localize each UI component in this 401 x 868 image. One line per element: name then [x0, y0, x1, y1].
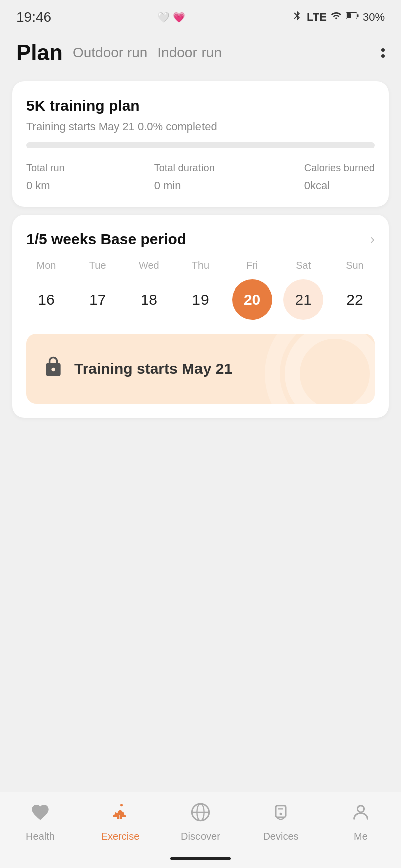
date-18[interactable]: 18 [129, 279, 169, 320]
training-banner-text: Training starts May 21 [74, 360, 232, 377]
plan-subtitle: Training starts May 21 0.0% completed [26, 120, 375, 133]
day-mon: Mon [26, 260, 66, 271]
day-fri: Fri [232, 260, 272, 271]
day-sun: Sun [335, 260, 375, 271]
total-duration-value: 0 min [154, 176, 215, 193]
svg-point-10 [357, 806, 364, 812]
heart-monitor-icon: 💗 [173, 11, 185, 23]
total-duration-label: Total duration [154, 162, 215, 174]
svg-rect-1 [347, 13, 351, 18]
bottom-navigation: Health Exercise Discover [0, 792, 401, 868]
bluetooth-icon [292, 10, 303, 24]
calories-label: Calories burned [304, 162, 375, 174]
date-22[interactable]: 22 [335, 279, 375, 320]
lte-label: LTE [307, 11, 327, 24]
day-tue: Tue [78, 260, 118, 271]
day-wed: Wed [129, 260, 169, 271]
heart-rate-icon: 🤍 [157, 11, 170, 23]
dates-row: 16 17 18 19 20 21 22 [26, 279, 375, 320]
svg-rect-2 [357, 14, 359, 17]
more-options-button[interactable] [381, 48, 385, 58]
me-label: Me [354, 831, 368, 842]
battery-level: 30% [363, 11, 385, 24]
home-indicator [0, 857, 401, 868]
days-row: Mon Tue Wed Thu Fri Sat Sun [26, 260, 375, 271]
nav-item-exercise[interactable]: Exercise [85, 802, 155, 842]
svg-rect-7 [276, 806, 286, 817]
training-starts-banner[interactable]: Training starts May 21 [26, 334, 375, 404]
nav-bar: Health Exercise Discover [0, 792, 401, 857]
week-header: 1/5 weeks Base period › [26, 231, 375, 248]
week-card: 1/5 weeks Base period › Mon Tue Wed Thu … [12, 215, 389, 418]
lock-icon [42, 356, 64, 382]
nav-item-devices[interactable]: Devices [246, 802, 316, 842]
health-label: Health [26, 831, 55, 842]
banner-bg-circle2 [265, 334, 375, 404]
me-icon [351, 802, 371, 827]
tab-outdoor-run[interactable]: Outdoor run [73, 45, 147, 61]
exercise-icon [110, 802, 130, 827]
date-20-today[interactable]: 20 [232, 279, 272, 320]
stat-total-duration: Total duration 0 min [154, 162, 215, 193]
day-sat: Sat [283, 260, 323, 271]
nav-item-discover[interactable]: Discover [165, 802, 236, 842]
page-title: Plan [16, 40, 63, 65]
progress-bar [26, 142, 375, 148]
devices-icon [271, 802, 291, 827]
date-16[interactable]: 16 [26, 279, 66, 320]
nav-item-me[interactable]: Me [326, 802, 396, 842]
battery-icon [346, 10, 359, 24]
total-run-label: Total run [26, 162, 65, 174]
svg-point-8 [280, 813, 282, 815]
stat-calories: Calories burned 0kcal [304, 162, 375, 193]
signal-icon [331, 10, 342, 24]
status-time: 19:46 [16, 9, 51, 25]
calories-value: 0kcal [304, 176, 375, 193]
week-chevron-right[interactable]: › [370, 231, 375, 247]
date-17[interactable]: 17 [78, 279, 118, 320]
status-bar: 19:46 🤍 💗 LTE 30% [0, 0, 401, 30]
system-status-icons: LTE 30% [292, 10, 385, 24]
nav-item-health[interactable]: Health [5, 802, 75, 842]
tab-indoor-run[interactable]: Indoor run [157, 45, 222, 61]
exercise-label: Exercise [101, 831, 140, 842]
day-thu: Thu [180, 260, 221, 271]
health-icon [30, 802, 50, 827]
header: Plan Outdoor run Indoor run [0, 30, 401, 73]
plan-title: 5K training plan [26, 97, 375, 114]
discover-icon [190, 802, 211, 827]
stats-row: Total run 0 km Total duration 0 min Calo… [26, 162, 375, 193]
training-plan-card: 5K training plan Training starts May 21 … [12, 81, 389, 207]
week-title: 1/5 weeks Base period [26, 231, 186, 248]
date-19[interactable]: 19 [180, 279, 221, 320]
heart-status-icons: 🤍 💗 [157, 11, 185, 23]
date-21-tomorrow[interactable]: 21 [283, 279, 323, 320]
discover-label: Discover [181, 831, 220, 842]
total-run-value: 0 km [26, 176, 65, 193]
devices-label: Devices [263, 831, 298, 842]
svg-point-3 [120, 804, 123, 806]
stat-total-run: Total run 0 km [26, 162, 65, 193]
